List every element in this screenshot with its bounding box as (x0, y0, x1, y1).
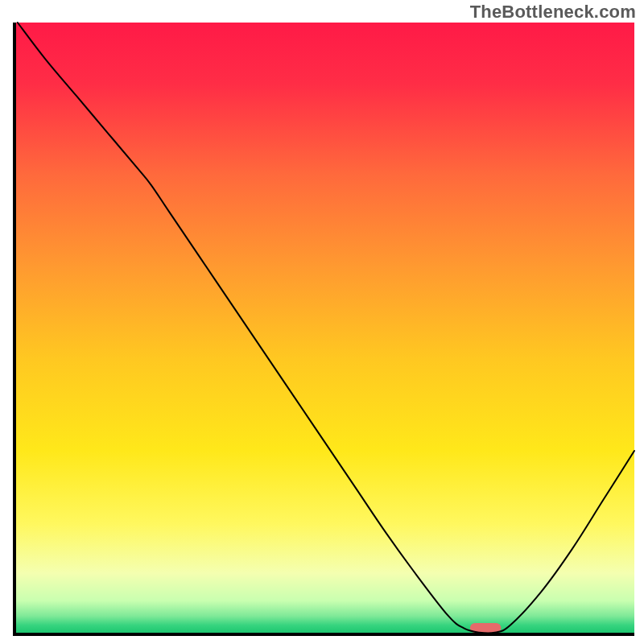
chart-canvas (0, 0, 644, 644)
gradient-background (14, 23, 634, 634)
bottleneck-chart: TheBottleneck.com (0, 0, 644, 644)
watermark-text: TheBottleneck.com (470, 2, 636, 23)
